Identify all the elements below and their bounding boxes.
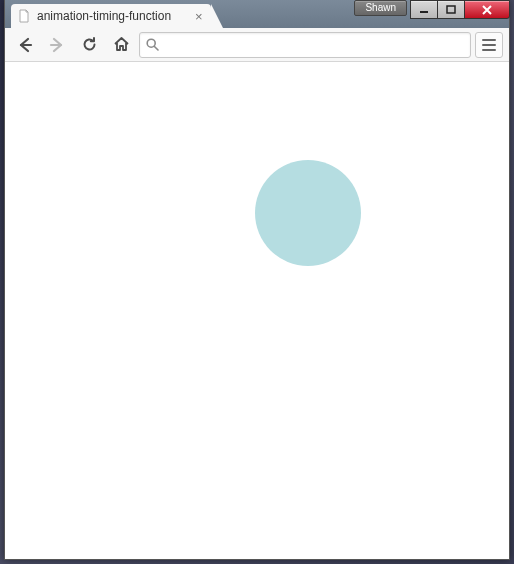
maximize-icon <box>446 5 456 15</box>
minimize-icon <box>419 5 429 15</box>
hamburger-icon <box>482 39 496 51</box>
reload-icon <box>81 36 98 53</box>
close-icon <box>481 5 493 15</box>
home-icon <box>113 36 130 53</box>
address-bar[interactable] <box>139 32 471 58</box>
menu-button[interactable] <box>475 32 503 58</box>
animated-circle <box>255 160 361 266</box>
back-button[interactable] <box>11 32 39 58</box>
minimize-button[interactable] <box>410 0 438 19</box>
svg-rect-1 <box>447 6 455 13</box>
page-viewport <box>5 62 509 559</box>
maximize-button[interactable] <box>437 0 465 19</box>
home-button[interactable] <box>107 32 135 58</box>
user-badge[interactable]: Shawn <box>354 0 407 16</box>
forward-button[interactable] <box>43 32 71 58</box>
close-button[interactable] <box>464 0 510 19</box>
back-arrow-icon <box>16 36 34 54</box>
toolbar <box>5 28 509 62</box>
url-input[interactable] <box>165 37 464 52</box>
browser-window: animation-timing-function × <box>4 0 510 560</box>
forward-arrow-icon <box>48 36 66 54</box>
reload-button[interactable] <box>75 32 103 58</box>
svg-rect-0 <box>420 11 428 13</box>
window-titlebar: Shawn <box>4 0 510 22</box>
search-icon <box>146 38 159 51</box>
